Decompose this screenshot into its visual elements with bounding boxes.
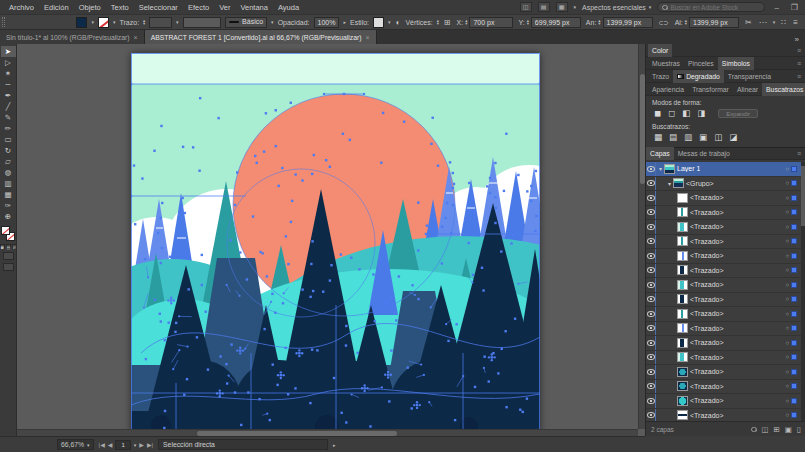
menu-archivo[interactable]: Archivo	[4, 3, 39, 12]
visibility-eye-icon[interactable]	[646, 351, 656, 365]
layer-row[interactable]: <Trazado>○	[646, 206, 802, 221]
lasso-tool[interactable]: ∽	[1, 79, 16, 90]
shape-builder-tool[interactable]: ◍	[1, 167, 16, 178]
paintbrush-tool[interactable]: ✎	[1, 112, 16, 123]
pen-tool[interactable]: ✒	[1, 90, 16, 101]
previous-artboard-icon[interactable]: ◀	[108, 441, 113, 448]
layer-row[interactable]: <Trazado>○	[646, 264, 802, 279]
tab-mesas-de-trabajo[interactable]: Mesas de trabajo	[674, 147, 734, 160]
zoom-tool[interactable]: ⊕	[1, 211, 16, 222]
layer-row[interactable]: <Trazado>○	[646, 394, 802, 409]
visibility-eye-icon[interactable]	[646, 365, 656, 379]
new-sublayer-icon[interactable]: ⊞	[773, 425, 779, 434]
arrange-documents-icon[interactable]: ▦	[556, 2, 568, 12]
close-icon[interactable]: ×	[366, 34, 370, 41]
visibility-eye-icon[interactable]	[646, 249, 656, 263]
unite-icon[interactable]: ◼	[654, 108, 661, 119]
artboard[interactable]	[131, 53, 540, 436]
menu-ayuda[interactable]: Ayuda	[273, 3, 304, 12]
search-input[interactable]	[670, 4, 760, 11]
visibility-eye-icon[interactable]	[646, 380, 656, 394]
visibility-eye-icon[interactable]	[646, 220, 656, 234]
dock-icon[interactable]: ∷	[780, 18, 787, 27]
column-graph-tool[interactable]: ▥	[1, 178, 16, 189]
vertical-scrollbar[interactable]	[638, 44, 645, 429]
screen-mode-button[interactable]	[3, 263, 14, 271]
eyedropper-tool[interactable]: ✑	[1, 200, 16, 211]
next-artboard-icon[interactable]: ▶	[139, 441, 144, 448]
width-stepper[interactable]: ▴▾	[598, 19, 600, 26]
crop-icon[interactable]: ▣	[699, 132, 707, 143]
menu-efecto[interactable]: Efecto	[183, 3, 214, 12]
layer-row[interactable]: <Trazado>○	[646, 336, 802, 351]
width-value[interactable]: 1399,99 px	[603, 17, 653, 28]
brush-definition-dropdown[interactable]	[183, 17, 222, 28]
stroke-weight-dropdown[interactable]	[149, 17, 172, 28]
fill-indicator[interactable]	[1, 226, 10, 235]
gradient-button[interactable]: ▤	[6, 244, 11, 249]
transform-icon[interactable]: ✂	[744, 18, 753, 27]
scale-tool[interactable]: ▱	[1, 156, 16, 167]
panel-menu-icon[interactable]: ≡	[792, 18, 799, 27]
layer-row[interactable]: ▾Layer 1○	[646, 162, 802, 177]
close-icon[interactable]: ×	[134, 34, 138, 41]
panel-collapse-icon[interactable]: »	[795, 35, 805, 44]
panel-tab-trazo[interactable]: Trazo	[648, 70, 673, 83]
layer-row[interactable]: <Trazado>○	[646, 278, 802, 293]
panel-menu-icon[interactable]: ≡	[797, 47, 805, 54]
status-tool-field[interactable]: Selección directa	[158, 439, 328, 450]
divide-icon[interactable]: ▦	[654, 132, 662, 143]
visibility-eye-icon[interactable]	[646, 235, 656, 249]
tab-capas[interactable]: Capas	[646, 147, 674, 160]
y-field[interactable]: Y: ▴▾ 699,995 px	[518, 17, 580, 28]
scrollbar-thumb[interactable]	[801, 166, 805, 226]
x-value[interactable]: 700 px	[469, 17, 513, 28]
layer-row[interactable]: <Trazado>○	[646, 380, 802, 395]
minus-back-icon[interactable]: ◪	[729, 132, 737, 143]
menu-seleccionar[interactable]: Seleccionar	[134, 3, 183, 12]
panel-menu-icon[interactable]: ≡	[797, 60, 805, 67]
first-artboard-icon[interactable]: |◀	[99, 441, 105, 448]
sky-top-band[interactable]	[131, 53, 540, 84]
panel-menu-icon[interactable]: ≡	[797, 73, 805, 80]
expand-caret-icon[interactable]: ▾	[668, 180, 671, 187]
x-stepper[interactable]: ▴▾	[465, 19, 467, 26]
panel-tab-transparencia[interactable]: Transparencia	[724, 70, 775, 83]
rectangle-tool[interactable]: ▭	[1, 134, 16, 145]
width-field[interactable]: An: ▴▾ 1399,99 px	[586, 17, 653, 28]
share-icon[interactable]: ▤	[538, 2, 550, 12]
rotate-tool[interactable]: ↻	[1, 145, 16, 156]
menu-ver[interactable]: Ver	[214, 3, 235, 12]
layer-row[interactable]: <Trazado>○	[646, 365, 802, 380]
visibility-eye-icon[interactable]	[646, 394, 656, 408]
layer-row[interactable]: ▾<Grupo>○	[646, 177, 802, 192]
visibility-eye-icon[interactable]	[646, 278, 656, 292]
visibility-eye-icon[interactable]	[646, 206, 656, 220]
layer-row[interactable]: <Trazado>○	[646, 351, 802, 366]
merge-icon[interactable]: ▥	[684, 132, 692, 143]
restore-button[interactable]: ❐	[788, 3, 801, 12]
artboard-number[interactable]: 1	[115, 440, 130, 450]
menu-texto[interactable]: Texto	[106, 3, 134, 12]
panel-tab-color[interactable]: Color	[648, 44, 672, 57]
visibility-eye-icon[interactable]	[646, 264, 656, 278]
menu-ventana[interactable]: Ventana	[235, 3, 273, 12]
document-tab[interactable]: ABSTRACT FOREST 1 [Convertido].ai al 66,…	[145, 30, 377, 44]
y-value[interactable]: 699,995 px	[531, 17, 581, 28]
zoom-level-dropdown[interactable]: 66,67% ▾	[57, 439, 94, 450]
panel-tab-alinear[interactable]: Alinear	[733, 83, 762, 96]
panel-tab-muestras[interactable]: Muestras	[648, 57, 684, 70]
panel-tab-degradado[interactable]: Degradado	[673, 70, 724, 83]
layer-row[interactable]: <Trazado>○	[646, 220, 802, 235]
panel-tab-transformar[interactable]: Transformar	[688, 83, 733, 96]
clipping-mask-icon[interactable]: ◫	[761, 425, 768, 434]
variable-width-profile-dropdown[interactable]: Básico	[225, 17, 267, 28]
stock-search-box[interactable]	[657, 2, 765, 12]
fill-stroke-indicator[interactable]	[1, 226, 15, 241]
panel-tab-buscatrazos[interactable]: Buscatrazos	[762, 83, 805, 96]
selection-tool[interactable]: ➤	[1, 46, 16, 57]
panel-tab-pinceles[interactable]: Pinceles	[684, 57, 718, 70]
opacity-value[interactable]: 100%	[314, 17, 340, 28]
visibility-eye-icon[interactable]	[646, 409, 656, 422]
expand-caret-icon[interactable]: ▾	[659, 165, 662, 172]
